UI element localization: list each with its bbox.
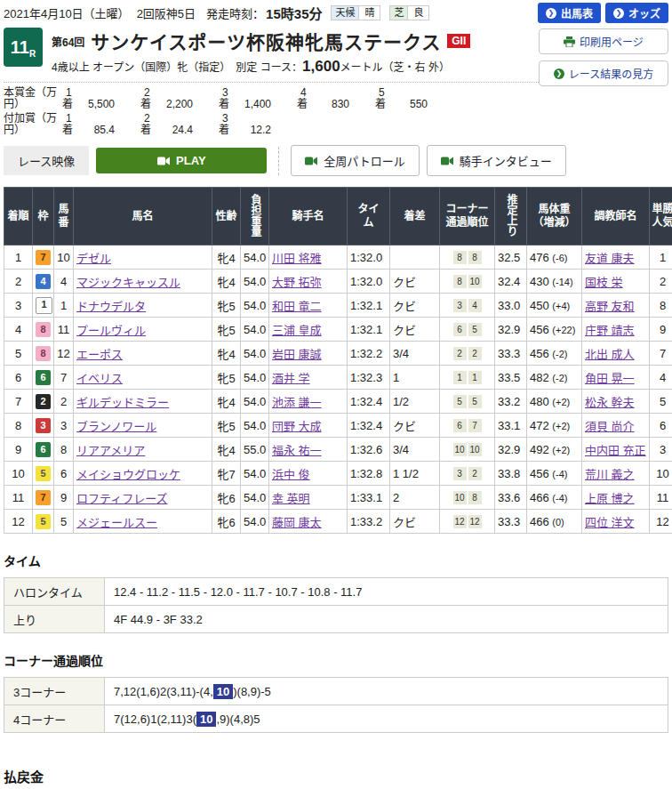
trainer-link[interactable]: 高野 友和 — [585, 300, 635, 313]
odds-button[interactable]: オッズ — [605, 3, 668, 23]
horse-number: 12 — [54, 342, 74, 366]
weather-value: 晴 — [358, 6, 380, 20]
horse-name-link[interactable]: デゼル — [76, 252, 111, 265]
patrol-video-button[interactable]: 全周パトロール — [291, 145, 419, 176]
horse-number: 6 — [54, 462, 74, 486]
table-row: 7 2 2 ギルデッドミラー 牝4 54.0 池添 謙一 1:32.4 1/2 … — [4, 390, 672, 414]
result-guide-button[interactable]: レース結果の見方 — [539, 60, 668, 86]
body-weight-diff: (-4) — [552, 493, 567, 503]
frame-cell: 6 — [33, 438, 54, 462]
win-popularity: 2 — [650, 270, 672, 294]
horse-name-link[interactable]: ドナウデルタ — [76, 300, 146, 313]
race-date: 2021年4月10日（土曜） — [4, 4, 130, 21]
col-last-3f: 推定上り — [495, 188, 527, 246]
trainer-link[interactable]: 角田 晃一 — [585, 372, 635, 385]
margin: 1 — [390, 366, 440, 390]
corner-position-badge: 2 — [453, 347, 467, 360]
trainer-link[interactable]: 四位 洋文 — [585, 516, 635, 529]
jockey-link[interactable]: 岩田 康誠 — [272, 348, 322, 361]
sex-age: 牝4 — [212, 270, 241, 294]
frame-badge: 1 — [36, 297, 52, 314]
horse-name-link[interactable]: マジックキャッスル — [76, 276, 180, 289]
horse-name-link[interactable]: ギルデッドミラー — [76, 396, 169, 409]
course-detail: メートル（芝・右 外） — [340, 61, 450, 74]
jockey-link[interactable]: 福永 祐一 — [272, 444, 322, 457]
trainer-link[interactable]: 友道 康夫 — [585, 252, 635, 265]
trainer-link[interactable]: 上原 博之 — [585, 492, 635, 505]
horse-name-link[interactable]: メイショウグロッケ — [76, 468, 180, 481]
frame-badge: 8 — [36, 322, 51, 337]
finish-time: 1:32.4 — [348, 414, 390, 438]
carried-weight: 54.0 — [241, 390, 269, 414]
print-page-button[interactable]: 印刷用ページ — [539, 28, 668, 54]
jockey-link[interactable]: 三浦 皇成 — [272, 324, 322, 337]
jockey-link[interactable]: 池添 謙一 — [272, 396, 322, 409]
course-label: コース： — [260, 61, 302, 74]
corner-positions: 1212 — [440, 510, 495, 534]
trainer-link[interactable]: 庄野 靖志 — [585, 324, 635, 337]
horse-name-link[interactable]: ロフティフレーズ — [76, 492, 168, 505]
corner-position-badge: 4 — [468, 299, 482, 312]
jockey-link[interactable]: 川田 将雅 — [272, 252, 322, 265]
results-table: 着順 枠 馬番 馬名 性齢 負担重量 騎手名 タイム 着差 コーナー通過順位 推… — [4, 187, 672, 534]
result-guide-label: レース結果の見方 — [569, 66, 653, 81]
win-popularity: 6 — [650, 414, 672, 438]
time-section-title: タイム — [4, 551, 668, 569]
divider — [4, 82, 548, 83]
horse-name-link[interactable]: メジェールスー — [76, 516, 157, 529]
horse-name-link[interactable]: リアアメリア — [76, 444, 145, 457]
payout-section-title: 払戻金 — [4, 767, 668, 785]
carried-weight: 54.0 — [241, 246, 269, 270]
printer-icon — [564, 36, 575, 47]
body-weight-value: 482 — [530, 371, 549, 384]
trainer-link[interactable]: 松永 幹夫 — [585, 396, 635, 409]
win-popularity: 8 — [650, 294, 672, 318]
table-row: 3 1 1 ドナウデルタ 牝5 54.0 和田 竜二 1:32.1 クビ 34 … — [4, 294, 672, 318]
jockey-link[interactable]: 和田 竜二 — [272, 300, 322, 313]
play-video-button[interactable]: PLAY — [96, 148, 267, 173]
shutuba-button[interactable]: 出馬表 — [538, 3, 601, 23]
jockey-link[interactable]: 浜中 俊 — [272, 468, 310, 481]
body-weight: 476 (-6) — [527, 246, 582, 270]
finish-position: 10 — [4, 462, 33, 486]
jockey-interview-button[interactable]: 騎手インタビュー — [427, 145, 566, 176]
jockey-link[interactable]: 大野 拓弥 — [272, 276, 322, 289]
jockey-link[interactable]: 藤岡 康太 — [272, 516, 322, 529]
horse-name-link[interactable]: ブランノワール — [76, 420, 156, 433]
body-weight-diff: (-14) — [552, 277, 572, 287]
prize-rank: 4 — [300, 87, 361, 99]
trainer-link[interactable]: 須貝 尚介 — [585, 420, 635, 433]
furlong-label: ハロンタイム — [4, 578, 105, 606]
last-3f-time: 33.1 — [495, 414, 527, 438]
col-finish-position: 着順 — [4, 188, 33, 246]
prize-unit: 着 — [219, 99, 229, 110]
margin: クビ — [390, 294, 440, 318]
prize-unit: 着 — [140, 125, 151, 136]
finish-time: 1:33.1 — [348, 486, 390, 510]
last-3f-time: 32.5 — [495, 246, 527, 270]
trainer-link[interactable]: 中内田 充正 — [585, 444, 646, 457]
added-prize-row: 付加賞（万円） 1着85.4 2着24.4 3着12.2 — [4, 113, 668, 136]
col-trainer: 調教師名 — [582, 188, 650, 246]
win-popularity: 9 — [650, 318, 672, 342]
jockey-link[interactable]: 団野 大成 — [272, 420, 322, 433]
win-popularity: 5 — [650, 390, 672, 414]
video-camera-icon — [157, 157, 170, 165]
shutuba-button-label: 出馬表 — [561, 5, 593, 20]
corner-position-badge: 6 — [453, 419, 467, 432]
horse-name-link[interactable]: イベリス — [76, 372, 123, 385]
horse-name-link[interactable]: エーポス — [76, 348, 123, 361]
body-weight: 456 (-4) — [527, 462, 582, 486]
table-row: 4 8 11 プールヴィル 牝5 54.0 三浦 皇成 1:32.1 クビ 65… — [4, 318, 672, 342]
trainer-link[interactable]: 北出 成人 — [585, 348, 635, 361]
prize-amount: 5,500 — [77, 99, 115, 110]
trainer-link[interactable]: 荒川 義之 — [585, 468, 635, 481]
jockey-link[interactable]: 幸 英明 — [272, 492, 310, 505]
trainer-link[interactable]: 国枝 栄 — [585, 276, 623, 289]
corner-position-badge: 8 — [468, 251, 482, 264]
frame-badge: 2 — [36, 394, 51, 409]
turf-label: 芝 — [390, 6, 407, 20]
jockey-link[interactable]: 酒井 学 — [272, 372, 310, 385]
body-weight-diff: (+2) — [552, 421, 570, 431]
horse-name-link[interactable]: プールヴィル — [76, 324, 146, 337]
